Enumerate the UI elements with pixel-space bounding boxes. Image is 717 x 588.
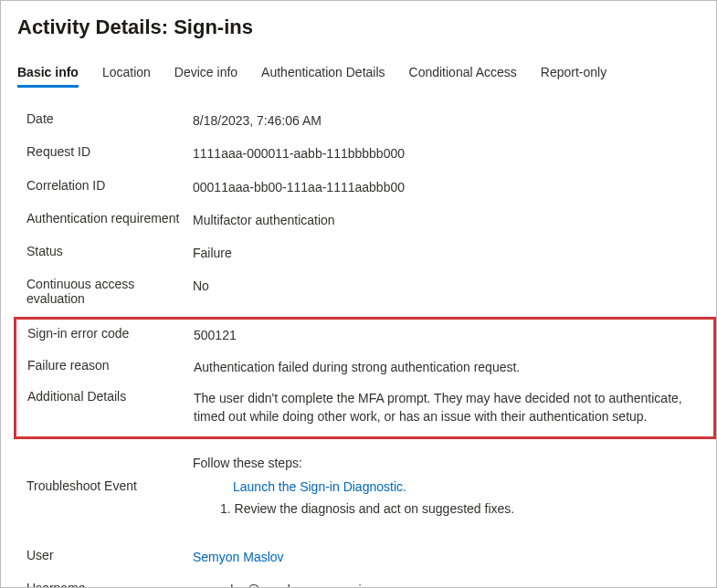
value-error-code: 500121 (194, 326, 710, 344)
tab-authentication-details[interactable]: Authentication Details (261, 65, 385, 88)
user-link[interactable]: Semyon Maslov (193, 550, 284, 564)
label-username: Username (26, 581, 193, 588)
row-cae: Continuous access evaluation No (26, 269, 700, 313)
label-auth-requirement: Authentication requirement (26, 211, 193, 226)
label-status: Status (26, 244, 193, 258)
page-title: Activity Details: Sign-ins (17, 16, 700, 39)
tab-basic-info[interactable]: Basic info (17, 65, 79, 88)
row-additional-details: Additional Details The user didn't compl… (27, 383, 710, 433)
value-request-id: 1111aaa-000011-aabb-111bbbbb000 (193, 144, 700, 163)
tab-device-info[interactable]: Device info (174, 65, 237, 88)
row-username: Username semaslov@woodgrovegroceries.com (26, 573, 700, 588)
row-auth-requirement: Authentication requirement Multifactor a… (26, 204, 700, 236)
row-error-code: Sign-in error code 500121 (27, 320, 710, 351)
row-date: Date 8/18/2023, 7:46:06 AM (26, 104, 700, 137)
tab-conditional-access[interactable]: Conditional Access (409, 65, 517, 88)
label-additional-details: Additional Details (27, 389, 194, 404)
value-failure-reason: Authentication failed during strong auth… (194, 358, 710, 376)
basic-info-fields: Date 8/18/2023, 7:46:06 AM Request ID 11… (17, 104, 700, 588)
label-user: User (26, 548, 193, 562)
value-auth-requirement: Multifactor authentication (193, 211, 700, 229)
row-failure-reason: Failure reason Authentication failed dur… (27, 352, 710, 383)
label-cae: Continuous access evaluation (26, 277, 193, 306)
label-error-code: Sign-in error code (27, 326, 194, 341)
value-additional-details: The user didn't complete the MFA prompt.… (194, 389, 710, 426)
activity-details-panel: Activity Details: Sign-ins Basic info Lo… (1, 1, 716, 588)
value-status: Failure (193, 244, 700, 262)
troubleshoot-step-1: 1. Review the diagnosis and act on sugge… (220, 499, 700, 518)
row-troubleshoot: Troubleshoot Event Follow these steps: L… (26, 450, 700, 530)
value-cae: No (193, 277, 700, 295)
row-user: User Semyon Maslov (26, 541, 700, 573)
label-failure-reason: Failure reason (27, 358, 194, 373)
value-date: 8/18/2023, 7:46:06 AM (193, 111, 700, 130)
label-request-id: Request ID (26, 144, 193, 159)
row-status: Status Failure (26, 236, 700, 269)
tab-bar: Basic info Location Device info Authenti… (17, 65, 700, 88)
value-correlation-id: 00011aaa-bb00-111aa-1111aabbb00 (193, 178, 700, 196)
label-date: Date (26, 111, 193, 126)
label-correlation-id: Correlation ID (26, 178, 193, 193)
value-username: semaslov@woodgrovegroceries.com (193, 581, 700, 588)
tab-report-only[interactable]: Report-only (541, 65, 606, 88)
row-request-id: Request ID 1111aaa-000011-aabb-111bbbbb0… (26, 137, 700, 170)
troubleshoot-intro: Follow these steps: (193, 454, 700, 472)
label-troubleshoot: Troubleshoot Event (26, 454, 193, 519)
launch-signin-diagnostic-link[interactable]: Launch the Sign-in Diagnostic. (233, 479, 406, 494)
row-correlation-id: Correlation ID 00011aaa-bb00-111aa-1111a… (26, 171, 700, 204)
value-troubleshoot: Follow these steps: Launch the Sign-in D… (193, 454, 700, 519)
error-highlight-box: Sign-in error code 500121 Failure reason… (14, 317, 716, 438)
tab-location[interactable]: Location (102, 65, 151, 88)
